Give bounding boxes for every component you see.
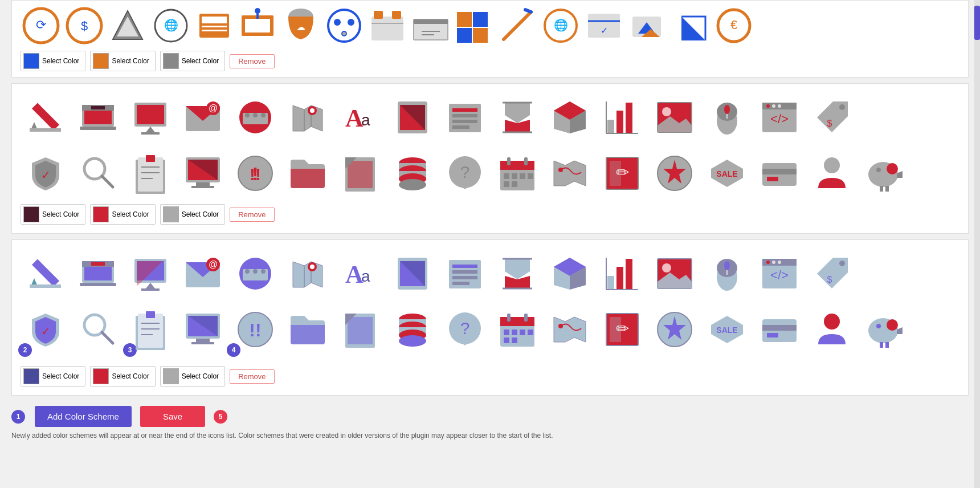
svg-point-91 bbox=[662, 107, 671, 116]
add-color-scheme-button[interactable]: Add Color Scheme bbox=[35, 406, 132, 427]
icon-phone-red bbox=[230, 92, 280, 143]
icon-monitor2-purple bbox=[178, 304, 228, 355]
icons-grid-purple-2: ✓ 2 3 4 !! bbox=[21, 304, 959, 355]
svg-rect-164 bbox=[30, 284, 61, 288]
svg-text:☁: ☁ bbox=[296, 22, 305, 32]
color-select-btn-red-3[interactable]: Select Color bbox=[160, 204, 225, 225]
svg-point-276 bbox=[876, 324, 881, 328]
icon-piggy-red bbox=[859, 148, 909, 198]
svg-rect-10 bbox=[202, 26, 227, 27]
color-swatch-3 bbox=[163, 53, 179, 69]
color-swatch-red-1 bbox=[23, 206, 39, 222]
icon-map-red bbox=[283, 92, 333, 143]
color-select-label-purple-3: Select Color bbox=[182, 372, 219, 380]
svg-text:?: ? bbox=[460, 319, 470, 337]
badge-1: 1 bbox=[11, 410, 25, 424]
svg-point-67 bbox=[310, 108, 315, 113]
scrollbar-thumb[interactable] bbox=[974, 6, 980, 40]
svg-point-248 bbox=[399, 335, 426, 347]
svg-rect-77 bbox=[452, 125, 469, 129]
svg-point-99 bbox=[766, 104, 770, 108]
icon-card-red bbox=[754, 148, 805, 198]
color-select-label-purple-2: Select Color bbox=[112, 372, 149, 380]
svg-point-214 bbox=[724, 261, 730, 270]
badge-5: 5 bbox=[214, 410, 227, 424]
svg-rect-160 bbox=[880, 186, 883, 192]
color-swatch-red-3 bbox=[163, 206, 179, 222]
icon-image-purple bbox=[650, 249, 700, 299]
svg-point-222 bbox=[839, 261, 845, 266]
color-select-label-3: Select Color bbox=[182, 57, 219, 65]
svg-rect-50 bbox=[80, 127, 116, 130]
svg-marker-78 bbox=[505, 103, 530, 123]
svg-rect-33 bbox=[473, 28, 488, 43]
svg-text:</>: </> bbox=[770, 112, 789, 126]
icon-tablet-red bbox=[387, 92, 438, 143]
svg-text:@: @ bbox=[209, 259, 218, 269]
svg-rect-253 bbox=[500, 317, 534, 326]
color-select-btn-purple-1[interactable]: Select Color bbox=[21, 366, 85, 387]
icon-mouse-red bbox=[702, 92, 752, 143]
svg-line-34 bbox=[504, 12, 531, 39]
color-select-btn-red-1[interactable]: Select Color bbox=[21, 204, 85, 225]
svg-text:✓: ✓ bbox=[41, 169, 51, 181]
icon-monitor-purple bbox=[125, 249, 175, 299]
svg-rect-154 bbox=[762, 169, 797, 174]
svg-rect-192 bbox=[452, 265, 477, 268]
svg-rect-137 bbox=[507, 157, 511, 165]
svg-point-158 bbox=[887, 163, 898, 174]
save-button[interactable]: Save bbox=[140, 406, 205, 427]
color-select-btn-purple-3[interactable]: Select Color bbox=[160, 366, 225, 387]
color-swatch-purple-1 bbox=[23, 368, 39, 384]
svg-rect-138 bbox=[524, 157, 528, 165]
color-select-btn-purple-2[interactable]: Select Color bbox=[90, 366, 155, 387]
remove-btn-purple[interactable]: Remove bbox=[230, 369, 274, 384]
svg-point-262 bbox=[558, 324, 563, 328]
svg-rect-256 bbox=[504, 330, 509, 335]
svg-point-64 bbox=[253, 113, 258, 117]
color-swatch-purple-3 bbox=[163, 368, 179, 384]
icon-star-purple bbox=[650, 304, 700, 355]
svg-marker-55 bbox=[146, 127, 155, 132]
svg-rect-75 bbox=[452, 114, 477, 117]
icon-database-red bbox=[387, 148, 438, 198]
svg-text:€: € bbox=[730, 18, 737, 32]
icon-docfold-purple bbox=[335, 304, 385, 355]
scheme-panel-purple: @ Aa bbox=[11, 239, 969, 396]
svg-text:SALE: SALE bbox=[716, 169, 737, 178]
svg-rect-255 bbox=[524, 314, 528, 322]
color-select-btn-1[interactable]: Select Color bbox=[21, 51, 85, 71]
color-select-btn-3[interactable]: Select Color bbox=[160, 51, 225, 71]
svg-rect-13 bbox=[245, 19, 270, 32]
svg-rect-232 bbox=[146, 311, 155, 318]
icon-email-red: @ bbox=[178, 92, 228, 143]
svg-text:!!: !! bbox=[250, 165, 261, 184]
icon-person-purple bbox=[807, 304, 857, 355]
svg-rect-228 bbox=[138, 314, 163, 348]
icon-qbubble-red: ? bbox=[440, 148, 490, 198]
svg-point-156 bbox=[824, 157, 840, 173]
svg-rect-193 bbox=[452, 270, 477, 274]
svg-rect-9 bbox=[202, 17, 227, 23]
icon-chart-purple bbox=[597, 249, 647, 299]
scrollbar-track[interactable] bbox=[974, 0, 980, 488]
remove-btn-red[interactable]: Remove bbox=[230, 208, 274, 222]
svg-rect-173 bbox=[141, 288, 160, 291]
icon-person-red bbox=[807, 148, 857, 198]
icon-hourglass-red bbox=[492, 92, 542, 143]
color-select-btn-2[interactable]: Select Color bbox=[90, 51, 155, 71]
icon-code-purple: </> bbox=[754, 249, 805, 299]
partial-icons-row: ⟳ $ 🌐 ☁ 🌐 ✓ € bbox=[21, 6, 959, 46]
remove-btn-top[interactable]: Remove bbox=[230, 54, 274, 68]
svg-text:!!: !! bbox=[249, 320, 261, 340]
svg-point-18 bbox=[328, 10, 360, 42]
svg-point-63 bbox=[245, 113, 250, 117]
svg-point-65 bbox=[261, 113, 266, 117]
color-bar-top: Select Color Select Color Select Color R… bbox=[21, 51, 959, 71]
icon-phone-purple bbox=[230, 249, 280, 299]
svg-point-185 bbox=[310, 265, 315, 269]
color-select-btn-red-2[interactable]: Select Color bbox=[90, 204, 155, 225]
svg-rect-23 bbox=[374, 11, 383, 19]
icons-grid-purple-1: @ Aa bbox=[21, 249, 959, 299]
icon-font-purple: Aa bbox=[335, 249, 385, 299]
